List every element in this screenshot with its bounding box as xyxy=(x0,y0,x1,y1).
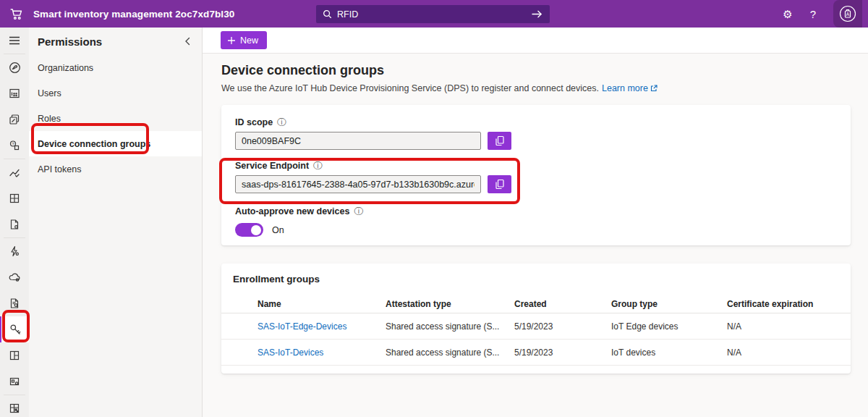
table-row[interactable]: SAS-IoT-Edge-Devices Shared access signa… xyxy=(221,313,851,340)
devices-icon[interactable] xyxy=(0,106,29,132)
enrollment-groups-card: Enrollment groups Name Attestation type … xyxy=(221,264,851,374)
rules-icon[interactable] xyxy=(0,211,29,237)
table-header: Name Attestation type Created Group type… xyxy=(221,295,851,313)
service-endpoint-label: Service Endpoint xyxy=(235,161,309,171)
audit-logs-icon[interactable] xyxy=(0,290,29,316)
toggle-state-label: On xyxy=(272,225,284,235)
getting-started-icon[interactable] xyxy=(0,54,29,80)
submit-arrow-icon[interactable] xyxy=(531,9,543,19)
column-name: Name xyxy=(258,299,386,309)
sidebar-title: Permissions xyxy=(38,35,102,48)
sidebar-item-organizations[interactable]: Organizations xyxy=(29,55,202,80)
info-icon[interactable]: ⓘ xyxy=(354,207,363,216)
enrollment-group-link[interactable]: SAS-IoT-Devices xyxy=(258,348,386,358)
sidebar-item-roles[interactable]: Roles xyxy=(29,106,202,131)
column-created: Created xyxy=(514,299,611,309)
cell-attestation: Shared access signature (S... xyxy=(386,321,514,332)
page-content: Device connection groups We use the Azur… xyxy=(203,53,868,417)
automations-icon[interactable] xyxy=(0,238,29,264)
cell-created: 5/19/2023 xyxy=(514,348,611,358)
copy-icon xyxy=(495,179,505,190)
learn-more-link[interactable]: Learn more xyxy=(602,83,658,93)
dashboard-icon[interactable] xyxy=(0,80,29,106)
permissions-sidebar: Permissions Organizations Users Roles De… xyxy=(29,28,203,417)
sidebar-item-users[interactable]: Users xyxy=(29,80,202,106)
cell-certificate: N/A xyxy=(727,348,843,358)
settings-gear-icon[interactable]: ⚙ xyxy=(783,9,792,20)
info-icon[interactable]: ⓘ xyxy=(277,118,286,127)
cell-certificate: N/A xyxy=(727,321,843,332)
auto-approve-toggle[interactable] xyxy=(235,223,263,237)
account-avatar[interactable]: A xyxy=(833,0,862,28)
app-title: Smart inventory management 2oc7xd7bl30 xyxy=(33,9,234,20)
page-description: We use the Azure IoT Hub Device Provisio… xyxy=(221,83,599,93)
account-badge-icon: A xyxy=(838,4,857,23)
data-export-icon[interactable] xyxy=(0,264,29,290)
cell-group-type: IoT Edge devices xyxy=(611,321,727,332)
command-bar: New xyxy=(203,28,868,53)
new-button[interactable]: New xyxy=(221,31,267,49)
cell-created: 5/19/2023 xyxy=(514,321,611,332)
device-templates-icon[interactable] xyxy=(0,368,29,395)
jobs-icon[interactable] xyxy=(0,185,29,211)
enrollment-groups-title: Enrollment groups xyxy=(221,274,851,285)
id-scope-input[interactable] xyxy=(235,132,481,150)
table-row[interactable]: SAS-IoT-Devices Shared access signature … xyxy=(221,340,851,366)
permissions-key-icon[interactable] xyxy=(0,316,29,342)
cell-group-type: IoT devices xyxy=(611,348,727,358)
auto-approve-label: Auto-approve new devices xyxy=(235,206,349,216)
main-area: New Device connection groups We use the … xyxy=(203,28,868,417)
copy-id-scope-button[interactable] xyxy=(488,132,511,150)
cart-icon xyxy=(9,7,25,22)
device-groups-icon[interactable]: ? xyxy=(0,132,29,159)
copy-service-endpoint-button[interactable] xyxy=(488,175,511,193)
global-search[interactable] xyxy=(316,5,550,23)
column-group-type: Group type xyxy=(611,299,727,309)
external-link-icon xyxy=(650,85,658,92)
plus-icon xyxy=(227,36,236,45)
svg-text:A: A xyxy=(846,12,850,17)
info-icon[interactable]: ⓘ xyxy=(313,161,323,171)
cell-attestation: Shared access signature (S... xyxy=(386,348,514,358)
copy-icon xyxy=(495,135,505,146)
search-input[interactable] xyxy=(337,9,531,20)
page-title: Device connection groups xyxy=(221,63,868,78)
sidebar-item-api-tokens[interactable]: API tokens xyxy=(29,156,202,182)
top-app-bar: Smart inventory management 2oc7xd7bl30 ⚙… xyxy=(0,0,868,28)
help-icon[interactable]: ? xyxy=(810,8,816,20)
toggle-knob xyxy=(251,225,261,235)
analytics-icon[interactable] xyxy=(0,159,29,185)
application-icon[interactable] xyxy=(0,342,29,368)
svg-text:?: ? xyxy=(12,142,14,146)
customization-icon[interactable] xyxy=(0,395,29,417)
topbar-actions: ⚙ ? A xyxy=(783,0,862,28)
search-icon xyxy=(323,9,332,19)
service-endpoint-input[interactable] xyxy=(235,175,481,193)
sidebar-collapse-chevron-icon[interactable] xyxy=(183,36,192,46)
menu-icon[interactable] xyxy=(0,28,29,54)
dps-settings-card: ID scope ⓘ Service Endpoint ⓘ xyxy=(221,105,851,245)
enrollment-group-link[interactable]: SAS-IoT-Edge-Devices xyxy=(258,321,386,332)
column-certificate-expiration: Certificate expiration xyxy=(727,299,843,309)
column-attestation-type: Attestation type xyxy=(386,299,514,309)
id-scope-label: ID scope xyxy=(235,117,273,127)
sidebar-item-device-connection-groups[interactable]: Device connection groups xyxy=(29,131,202,156)
nav-rail: ? xyxy=(0,28,29,417)
